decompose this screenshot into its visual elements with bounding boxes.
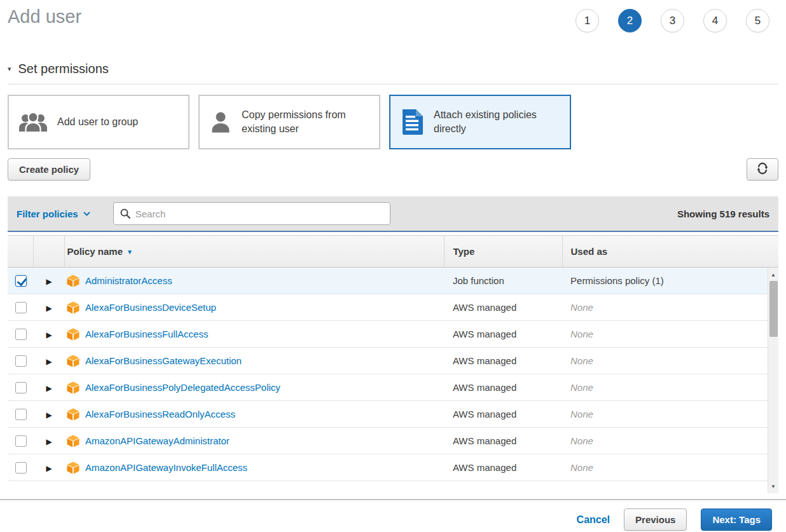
expand-row-icon[interactable]: ▶	[46, 437, 52, 446]
section-title: Set permissions	[18, 62, 109, 76]
filter-bar: Filter policies Showing 519 results	[8, 196, 778, 232]
policy-name-link[interactable]: AlexaForBusinessPolyDelegatedAccessPolic…	[85, 382, 280, 393]
table-row: ▶AlexaForBusinessDeviceSetupAWS managedN…	[8, 294, 778, 321]
footer-actions: Cancel Previous Next: Tags	[0, 500, 786, 531]
row-checkbox[interactable]	[15, 329, 27, 340]
card-add-user-to-group[interactable]: Add user to group	[8, 95, 190, 149]
policy-document-icon	[400, 108, 424, 136]
policy-name-link[interactable]: AlexaForBusinessDeviceSetup	[85, 302, 216, 313]
table-row: ▶AlexaForBusinessPolyDelegatedAccessPoli…	[8, 374, 778, 401]
column-header-type: Type	[445, 236, 562, 268]
scrollbar-thumb[interactable]	[769, 281, 778, 337]
cancel-button[interactable]: Cancel	[577, 514, 610, 526]
column-header-policy-name[interactable]: Policy name▼	[64, 236, 445, 268]
wizard-steps: 12345	[576, 9, 769, 32]
policy-table-body: ▶AdministratorAccessJob functionPermissi…	[8, 268, 778, 481]
managed-policy-icon	[67, 275, 79, 287]
collapse-section-icon[interactable]: ▾	[8, 65, 11, 73]
card-label: Attach existing policies directly	[434, 108, 560, 135]
permission-option-cards: Add user to group Copy permissions from …	[8, 95, 778, 149]
policy-name-link[interactable]: AlexaForBusinessGatewayExecution	[85, 355, 242, 366]
row-checkbox[interactable]	[15, 462, 27, 474]
search-input[interactable]	[135, 208, 383, 219]
policy-type-cell: AWS managed	[445, 374, 562, 401]
expand-row-icon[interactable]: ▶	[46, 411, 52, 419]
row-checkbox[interactable]	[15, 355, 27, 367]
sort-desc-icon: ▼	[127, 249, 133, 256]
policy-type-cell: AWS managed	[445, 401, 562, 428]
policy-name-link[interactable]: AmazonAPIGatewayInvokeFullAccess	[85, 462, 247, 473]
policy-toolbar: Create policy	[8, 158, 778, 181]
card-label: Add user to group	[57, 115, 138, 129]
managed-policy-icon	[67, 328, 79, 341]
table-row: ▶AlexaForBusinessReadOnlyAccessAWS manag…	[8, 401, 778, 428]
expand-row-icon[interactable]: ▶	[46, 384, 52, 393]
results-count: Showing 519 results	[677, 208, 769, 219]
policy-name-link[interactable]: AlexaForBusinessFullAccess	[85, 329, 208, 339]
policy-type-cell: AWS managed	[445, 428, 562, 454]
policy-type-cell: AWS managed	[445, 348, 562, 374]
table-scrollbar[interactable]: ▲ ▼	[768, 268, 778, 493]
row-checkbox[interactable]	[15, 435, 27, 447]
step-indicator-1: 1	[576, 9, 599, 32]
filter-policies-dropdown[interactable]: Filter policies	[17, 208, 90, 219]
page-header: Add user 12345	[0, 0, 786, 32]
card-attach-existing-policies[interactable]: Attach existing policies directly	[389, 95, 571, 149]
expand-row-icon[interactable]: ▶	[46, 277, 52, 286]
expand-row-icon[interactable]: ▶	[46, 357, 52, 366]
row-checkbox[interactable]	[15, 382, 27, 393]
policy-name-link[interactable]: AdministratorAccess	[85, 275, 172, 286]
policies-table: Policy name▼ Type Used as ▶Administrator…	[8, 235, 778, 493]
policy-type-cell: AWS managed	[445, 294, 562, 321]
policy-used-as-cell: None	[562, 428, 778, 454]
header-expand-column	[33, 236, 64, 268]
expand-row-icon[interactable]: ▶	[46, 331, 52, 339]
row-checkbox[interactable]	[15, 409, 27, 420]
policy-name-link[interactable]: AmazonAPIGatewayAdministrator	[85, 435, 230, 446]
create-policy-button[interactable]: Create policy	[8, 158, 90, 181]
policy-used-as-cell: None	[562, 321, 778, 348]
managed-policy-icon	[67, 355, 79, 367]
expand-row-icon[interactable]: ▶	[46, 304, 52, 313]
next-tags-button[interactable]: Next: Tags	[701, 508, 772, 531]
expand-row-icon[interactable]: ▶	[46, 464, 52, 473]
user-group-icon	[18, 111, 48, 133]
table-row: ▶AmazonAPIGatewayInvokeFullAccessAWS man…	[8, 454, 778, 481]
row-checkbox[interactable]	[15, 302, 27, 313]
table-row: ▶AlexaForBusinessFullAccessAWS managedNo…	[8, 321, 778, 348]
policy-used-as-cell: None	[562, 454, 778, 481]
search-icon	[120, 208, 130, 219]
managed-policy-icon	[67, 408, 79, 421]
step-indicator-4: 4	[703, 9, 727, 32]
managed-policy-icon	[67, 435, 79, 447]
page-title: Add user	[8, 6, 81, 27]
policy-used-as-cell: None	[562, 374, 778, 401]
refresh-icon	[756, 162, 769, 177]
policy-type-cell: AWS managed	[445, 454, 562, 481]
policy-type-cell: Job function	[445, 268, 562, 294]
chevron-down-icon	[83, 212, 90, 216]
card-copy-permissions[interactable]: Copy permissions from existing user	[198, 95, 380, 149]
managed-policy-icon	[67, 301, 79, 314]
policy-used-as-cell: Permissions policy (1)	[562, 268, 778, 294]
section-header: ▾ Set permissions	[8, 62, 778, 85]
header-checkbox-column	[8, 236, 33, 268]
step-indicator-3: 3	[661, 9, 684, 32]
scroll-down-icon[interactable]: ▼	[768, 482, 778, 491]
refresh-button[interactable]	[747, 158, 778, 181]
managed-policy-icon	[67, 461, 79, 474]
step-indicator-2: 2	[618, 9, 642, 32]
policy-used-as-cell: None	[562, 294, 778, 321]
previous-button[interactable]: Previous	[624, 508, 687, 531]
scroll-up-icon[interactable]: ▲	[768, 270, 778, 279]
policy-used-as-cell: None	[562, 401, 778, 428]
step-indicator-5: 5	[746, 9, 769, 32]
card-label: Copy permissions from existing user	[242, 108, 369, 135]
policy-name-link[interactable]: AlexaForBusinessReadOnlyAccess	[85, 409, 235, 419]
row-checkbox[interactable]	[15, 275, 27, 287]
copy-user-icon	[209, 111, 232, 133]
table-row: ▶AmazonAPIGatewayAdministratorAWS manage…	[8, 428, 778, 454]
column-header-used-as: Used as	[562, 236, 778, 268]
policy-used-as-cell: None	[562, 348, 778, 374]
table-row: ▶AlexaForBusinessGatewayExecutionAWS man…	[8, 348, 778, 374]
